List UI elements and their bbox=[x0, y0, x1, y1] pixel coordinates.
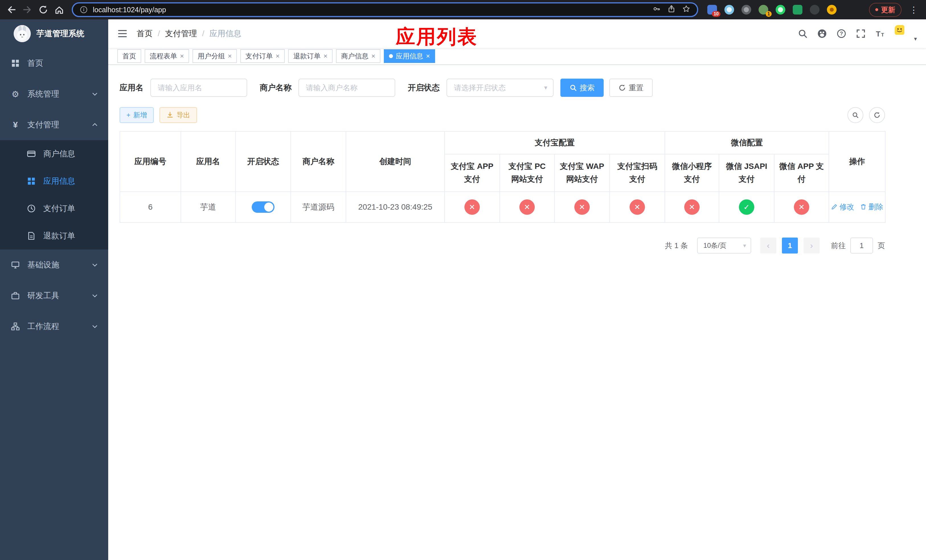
status-select[interactable]: 请选择开启状态 ▾ bbox=[446, 79, 554, 97]
order-clock-icon bbox=[26, 204, 36, 213]
sidebar-item-app-info[interactable]: 应用信息 bbox=[0, 168, 108, 195]
sidebar-item-devtools[interactable]: 研发工具 bbox=[0, 280, 108, 311]
close-icon[interactable]: × bbox=[426, 53, 430, 59]
tab-process-form[interactable]: 流程表单× bbox=[145, 49, 189, 63]
extension-face-icon[interactable] bbox=[827, 5, 837, 15]
extension-book-icon[interactable] bbox=[793, 5, 802, 15]
toggle-search-button[interactable] bbox=[847, 107, 863, 123]
search-button[interactable]: 搜索 bbox=[560, 79, 604, 97]
close-icon[interactable]: × bbox=[228, 53, 232, 59]
sidebar-item-infra[interactable]: 基础设施 bbox=[0, 250, 108, 280]
tab-merchant-info[interactable]: 商户信息× bbox=[336, 49, 380, 63]
add-button[interactable]: + 新增 bbox=[120, 107, 154, 123]
close-icon[interactable]: × bbox=[324, 53, 327, 59]
page-number-button[interactable]: 1 bbox=[782, 238, 798, 254]
alipay-wap-status-icon: ✕ bbox=[574, 200, 590, 215]
browser-menu-icon[interactable]: ⋮ bbox=[907, 5, 920, 15]
chevron-down-icon: ▾ bbox=[544, 84, 547, 91]
help-icon[interactable]: ? bbox=[837, 29, 846, 38]
chevron-down-icon bbox=[92, 91, 98, 97]
password-key-icon[interactable] bbox=[653, 5, 661, 15]
tab-refund-order[interactable]: 退款订单× bbox=[288, 49, 333, 63]
browser-update-button[interactable]: 更新 bbox=[869, 3, 902, 17]
extension-whatsapp-icon[interactable] bbox=[776, 5, 785, 15]
sidebar: 芋道管理系统 首页 ⚙ 系统管理 ¥ 支付管理 商户信息 bbox=[0, 20, 108, 560]
col-header-alipay-pc: 支付宝 PC 网站支付 bbox=[500, 154, 554, 192]
forward-icon[interactable] bbox=[20, 2, 35, 18]
reset-button[interactable]: 重置 bbox=[609, 79, 653, 97]
sidebar-item-merchant-info[interactable]: 商户信息 bbox=[0, 140, 108, 168]
status-label: 开启状态 bbox=[408, 82, 440, 93]
bookmark-star-icon[interactable] bbox=[682, 5, 690, 15]
extension-drop-icon[interactable] bbox=[725, 5, 734, 15]
refund-doc-icon bbox=[26, 232, 36, 240]
avatar-emoji bbox=[895, 25, 912, 42]
sidebar-item-pay-order[interactable]: 支付订单 bbox=[0, 195, 108, 222]
extensions-row: 10 1 bbox=[707, 5, 837, 15]
next-page-button[interactable]: › bbox=[803, 238, 820, 254]
alipay-qr-status-icon: ✕ bbox=[629, 200, 645, 215]
browser-chrome: localhost:1024/pay/app 10 1 bbox=[0, 0, 926, 20]
delete-link[interactable]: 删除 bbox=[860, 202, 883, 212]
close-icon[interactable]: × bbox=[180, 53, 184, 59]
credit-card-icon bbox=[26, 150, 36, 158]
export-button[interactable]: 导出 bbox=[159, 107, 197, 123]
tab-pay-order[interactable]: 支付订单× bbox=[240, 49, 285, 63]
sidebar-item-system[interactable]: ⚙ 系统管理 bbox=[0, 79, 108, 109]
breadcrumb: 首页 / 支付管理 / 应用信息 bbox=[137, 28, 242, 39]
tab-app-info[interactable]: 应用信息× bbox=[384, 49, 435, 63]
search-icon[interactable] bbox=[798, 29, 808, 38]
tab-user-group[interactable]: 用户分组× bbox=[192, 49, 237, 63]
back-icon[interactable] bbox=[3, 2, 20, 18]
breadcrumb-app-info: 应用信息 bbox=[210, 28, 242, 39]
url-bar[interactable]: localhost:1024/pay/app bbox=[72, 2, 698, 17]
extension-avatar-icon[interactable]: 1 bbox=[758, 5, 768, 15]
col-header-alipay-qr: 支付宝扫码支付 bbox=[610, 154, 665, 192]
tab-home[interactable]: 首页 bbox=[117, 49, 141, 63]
site-info-icon[interactable] bbox=[80, 6, 88, 14]
reload-icon[interactable] bbox=[35, 2, 51, 18]
sidebar-toggle-icon[interactable] bbox=[117, 29, 127, 39]
app-grid-icon bbox=[26, 177, 36, 185]
app-table: 应用编号 应用名 开启状态 商户名称 创建时间 支付宝配置 微信配置 操作 支付… bbox=[120, 131, 885, 223]
col-group-alipay: 支付宝配置 bbox=[445, 131, 665, 154]
user-avatar[interactable]: ▾ bbox=[895, 25, 917, 42]
merchant-name-input[interactable] bbox=[298, 79, 395, 97]
pagination: 共 1 条 10条/页 ▾ ‹ 1 › 前往 页 bbox=[120, 238, 885, 254]
close-icon[interactable]: × bbox=[371, 53, 375, 59]
goto-page-input[interactable] bbox=[850, 238, 873, 254]
status-toggle[interactable] bbox=[252, 201, 274, 213]
cell-name: 芋道 bbox=[181, 192, 236, 222]
app-name-input[interactable] bbox=[150, 79, 247, 97]
fullscreen-icon[interactable] bbox=[856, 29, 865, 38]
sidebar-item-home[interactable]: 首页 bbox=[0, 48, 108, 79]
chevron-down-icon: ▾ bbox=[743, 242, 746, 249]
extension-pin-icon[interactable] bbox=[810, 5, 820, 15]
refresh-button[interactable] bbox=[869, 107, 885, 123]
col-header-name: 应用名 bbox=[181, 131, 236, 192]
github-icon[interactable] bbox=[817, 29, 827, 38]
edit-link[interactable]: 修改 bbox=[831, 202, 854, 212]
prev-page-button[interactable]: ‹ bbox=[760, 238, 776, 254]
wx-jsapi-status-icon: ✓ bbox=[739, 200, 754, 215]
wx-lite-status-icon: ✕ bbox=[684, 200, 700, 215]
sidebar-item-workflow[interactable]: 工作流程 bbox=[0, 311, 108, 342]
share-icon[interactable] bbox=[667, 5, 675, 15]
cell-merchant: 芋道源码 bbox=[291, 192, 346, 222]
breadcrumb-home[interactable]: 首页 bbox=[137, 28, 153, 39]
active-tab-dot bbox=[389, 54, 393, 58]
sidebar-item-refund-order[interactable]: 退款订单 bbox=[0, 222, 108, 250]
chevron-down-icon bbox=[92, 292, 98, 299]
extension-dark-icon[interactable] bbox=[741, 5, 751, 15]
sidebar-item-pay[interactable]: ¥ 支付管理 bbox=[0, 109, 108, 140]
close-icon[interactable]: × bbox=[275, 53, 280, 59]
breadcrumb-pay[interactable]: 支付管理 bbox=[165, 28, 197, 39]
svg-text:T: T bbox=[881, 32, 884, 38]
home-icon[interactable] bbox=[51, 2, 67, 18]
col-header-created: 创建时间 bbox=[346, 131, 445, 192]
font-size-icon[interactable]: TT bbox=[875, 29, 885, 38]
col-header-id: 应用编号 bbox=[120, 131, 181, 192]
annotation-title: 应用列表 bbox=[396, 24, 478, 50]
page-size-select[interactable]: 10条/页 ▾ bbox=[697, 238, 751, 254]
extension-grid-icon[interactable]: 10 bbox=[707, 5, 717, 15]
